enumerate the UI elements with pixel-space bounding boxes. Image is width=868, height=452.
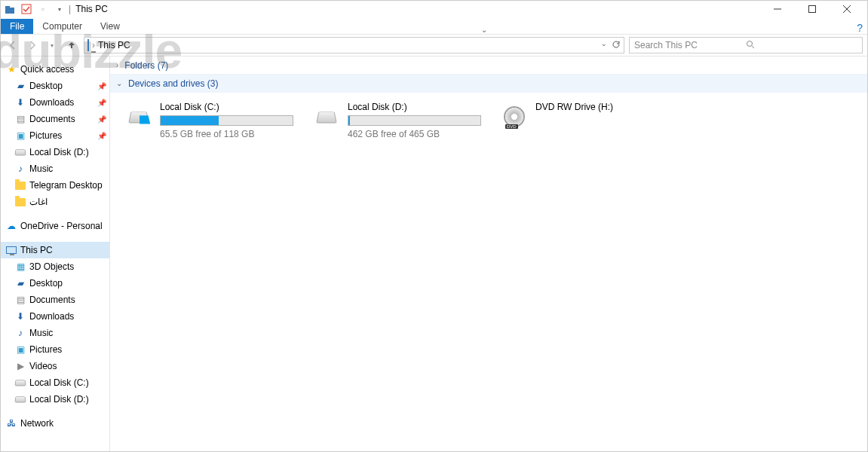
- downloads-icon: ⬇: [14, 96, 26, 108]
- tab-view[interactable]: View: [91, 19, 129, 34]
- sidebar-label: Desktop: [29, 278, 63, 289]
- qat-dropdown-icon[interactable]: ▾: [54, 3, 66, 15]
- sidebar-item-local-disk-d[interactable]: Local Disk (D:): [1, 144, 109, 160]
- star-icon: ★: [5, 63, 17, 75]
- group-folders[interactable]: › Folders (7): [110, 56, 867, 75]
- recent-locations-button[interactable]: ▾: [44, 38, 60, 53]
- close-button[interactable]: [830, 1, 864, 17]
- capacity-bar: [160, 115, 293, 126]
- sidebar-item-arabic-folder[interactable]: اغات: [1, 194, 109, 210]
- drives-container: Local Disk (C:) 65.5 GB free of 118 GB L…: [110, 93, 867, 148]
- svg-point-7: [747, 41, 753, 46]
- qat-checkbox-icon[interactable]: [20, 3, 32, 15]
- app-icon: [4, 3, 16, 15]
- address-dropdown-icon[interactable]: ⌄: [601, 40, 607, 51]
- file-explorer-window: dubizzle ▫ ▾ | This PC F: [0, 0, 868, 452]
- forward-button[interactable]: [25, 38, 40, 53]
- sidebar-item-desktop[interactable]: ▰ Desktop 📌: [1, 78, 109, 94]
- help-icon[interactable]: ?: [857, 22, 867, 34]
- sidebar-item-telegram[interactable]: Telegram Desktop: [1, 177, 109, 194]
- quick-access-toolbar: ▫ ▾: [4, 3, 66, 15]
- address-bar[interactable]: › This PC ⌄: [84, 37, 624, 53]
- sidebar-label: 3D Objects: [29, 261, 74, 272]
- sidebar-onedrive[interactable]: ☁ OneDrive - Personal: [1, 218, 109, 234]
- folder-icon: [14, 196, 26, 208]
- sidebar-label: Quick access: [20, 64, 74, 75]
- pin-icon: 📌: [97, 132, 106, 140]
- sidebar-label: اغات: [29, 197, 48, 207]
- sidebar-label: Videos: [29, 361, 57, 371]
- chevron-right-icon: ›: [92, 40, 95, 50]
- maximize-button[interactable]: [795, 1, 830, 17]
- sidebar-item-documents-pc[interactable]: ▤ Documents: [1, 292, 109, 308]
- pictures-icon: ▣: [14, 130, 26, 142]
- sidebar-label: This PC: [20, 245, 53, 255]
- svg-rect-1: [5, 6, 10, 8]
- drive-local-disk-c[interactable]: Local Disk (C:) 65.5 GB free of 118 GB: [124, 102, 293, 139]
- group-devices[interactable]: ⌄ Devices and drives (3): [110, 75, 867, 93]
- back-button[interactable]: [5, 38, 20, 53]
- sidebar-label: Pictures: [29, 344, 62, 355]
- qat-item-icon[interactable]: ▫: [37, 3, 49, 15]
- sidebar-label: Documents: [29, 114, 75, 124]
- search-box[interactable]: Search This PC: [629, 37, 863, 53]
- sidebar-item-music[interactable]: ♪ Music: [1, 160, 109, 177]
- music-icon: ♪: [14, 327, 26, 339]
- desktop-icon: ▰: [14, 80, 26, 92]
- sidebar-label: OneDrive - Personal: [20, 221, 103, 231]
- sidebar-item-local-disk-c[interactable]: Local Disk (C:): [1, 374, 109, 391]
- pictures-icon: ▣: [14, 344, 26, 356]
- sidebar-this-pc[interactable]: This PC: [1, 242, 109, 258]
- refresh-icon[interactable]: [612, 40, 621, 51]
- ribbon-tabs: File Computer View ⌄ ?: [1, 17, 867, 34]
- sidebar-item-downloads-pc[interactable]: ⬇ Downloads: [1, 308, 109, 325]
- network-icon: 🖧: [5, 417, 17, 429]
- sidebar-label: Downloads: [29, 97, 74, 108]
- drive-free-space: 65.5 GB free of 118 GB: [160, 129, 293, 139]
- sidebar-item-pictures-pc[interactable]: ▣ Pictures: [1, 341, 109, 358]
- windows-disk-icon: [124, 102, 154, 132]
- drive-local-disk-d[interactable]: Local Disk (D:) 462 GB free of 465 GB: [311, 102, 481, 139]
- svg-rect-0: [5, 8, 14, 14]
- sidebar-label: Local Disk (D:): [29, 394, 89, 405]
- sidebar-network[interactable]: 🖧 Network: [1, 415, 109, 432]
- downloads-icon: ⬇: [14, 310, 26, 322]
- sidebar-item-documents[interactable]: ▤ Documents 📌: [1, 111, 109, 127]
- ribbon-collapse-icon[interactable]: ⌄: [481, 26, 487, 34]
- sidebar-item-music-pc[interactable]: ♪ Music: [1, 325, 109, 341]
- tab-computer[interactable]: Computer: [33, 19, 91, 34]
- drive-title: Local Disk (D:): [348, 102, 481, 112]
- sidebar-label: Local Disk (C:): [29, 377, 89, 388]
- sidebar-item-pictures[interactable]: ▣ Pictures 📌: [1, 127, 109, 144]
- minimize-button[interactable]: [760, 1, 795, 17]
- sidebar-label: Desktop: [29, 81, 63, 91]
- pin-icon: 📌: [97, 115, 106, 124]
- content-pane: › Folders (7) ⌄ Devices and drives (3) L…: [110, 56, 867, 451]
- sidebar-item-local-disk-d-pc[interactable]: Local Disk (D:): [1, 391, 109, 408]
- sidebar-item-downloads[interactable]: ⬇ Downloads 📌: [1, 94, 109, 111]
- body: ★ Quick access ▰ Desktop 📌 ⬇ Downloads 📌…: [1, 56, 867, 451]
- sidebar-item-3d-objects[interactable]: ▦ 3D Objects: [1, 258, 109, 275]
- search-placeholder: Search This PC: [634, 40, 746, 50]
- folder-icon: [14, 179, 26, 191]
- navigation-row: ▾ › This PC ⌄ Search This PC: [1, 34, 867, 56]
- up-button[interactable]: [64, 38, 79, 53]
- this-pc-icon: [87, 40, 89, 50]
- chevron-right-icon: ›: [116, 61, 118, 69]
- pin-icon: 📌: [97, 99, 106, 107]
- drive-dvd-rw[interactable]: DVD RW Drive (H:): [499, 102, 650, 132]
- sidebar-item-desktop-pc[interactable]: ▰ Desktop: [1, 275, 109, 292]
- disk-icon: [311, 102, 342, 132]
- music-icon: ♪: [14, 163, 26, 175]
- svg-rect-4: [809, 6, 816, 13]
- this-pc-icon: [5, 244, 17, 256]
- group-label: Devices and drives (3): [128, 78, 218, 89]
- videos-icon: ▶: [14, 360, 26, 372]
- sidebar-quick-access[interactable]: ★ Quick access: [1, 61, 109, 78]
- tab-file[interactable]: File: [1, 19, 33, 34]
- sidebar-label: Documents: [29, 295, 75, 305]
- navigation-pane: ★ Quick access ▰ Desktop 📌 ⬇ Downloads 📌…: [1, 56, 110, 451]
- drive-title: Local Disk (C:): [160, 102, 293, 112]
- sidebar-item-videos-pc[interactable]: ▶ Videos: [1, 358, 109, 374]
- breadcrumb-this-pc[interactable]: This PC: [98, 40, 130, 50]
